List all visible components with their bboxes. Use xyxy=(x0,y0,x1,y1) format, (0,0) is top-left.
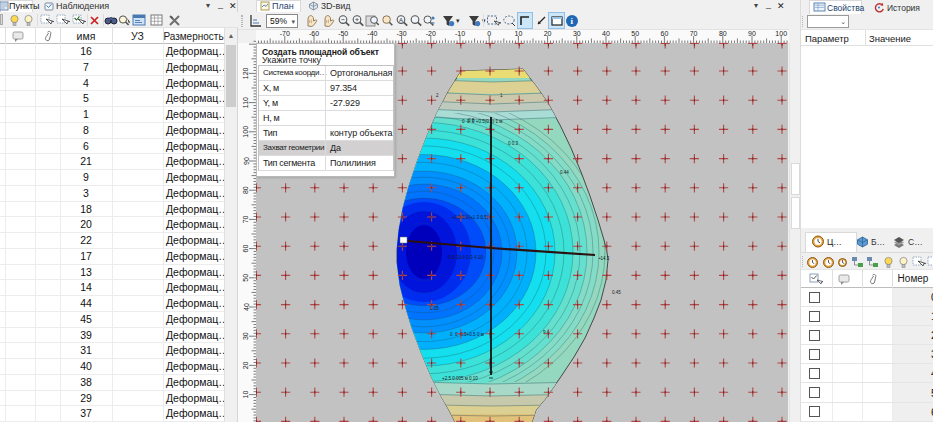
svg-text:50: 50 xyxy=(243,274,250,282)
svg-text:120: 120 xyxy=(243,67,250,79)
svg-text:70: 70 xyxy=(243,215,250,223)
svg-text:20: 20 xyxy=(544,30,552,37)
svg-text:0 8: 0 8 xyxy=(468,118,475,123)
svg-text:10: 10 xyxy=(515,30,523,37)
svg-text:0 0 ·0.5+0.5·0 м: 0 0 ·0.5+0.5·0 м xyxy=(450,332,484,337)
svg-text:10: 10 xyxy=(243,391,250,399)
svg-text:+2.5 0.005 м 0.10: +2.5 0.005 м 0.10 xyxy=(442,376,478,381)
svg-text:-50: -50 xyxy=(338,30,348,37)
svg-text:-70: -70 xyxy=(280,30,290,37)
svg-text:30: 30 xyxy=(573,30,581,37)
svg-text:A: A xyxy=(399,17,403,23)
svg-text:110: 110 xyxy=(243,97,250,108)
svg-text:-60: -60 xyxy=(309,30,319,37)
svg-text:·0.5·10.4·0.3·4.10: ·0.5·10.4·0.3·4.10 xyxy=(447,255,484,260)
svg-text:30: 30 xyxy=(243,332,250,340)
svg-text:0.45: 0.45 xyxy=(612,290,621,295)
svg-text:-10: -10 xyxy=(455,30,465,37)
svg-text:•14.3: •14.3 xyxy=(599,256,610,261)
svg-text:100: 100 xyxy=(775,30,787,37)
svg-text:40: 40 xyxy=(602,30,610,37)
svg-text:90: 90 xyxy=(748,30,756,37)
svg-text:20: 20 xyxy=(243,361,250,369)
svg-text:-20: -20 xyxy=(426,30,436,37)
svg-text:60: 60 xyxy=(661,30,669,37)
svg-text:0.44: 0.44 xyxy=(560,170,569,175)
svg-text:80: 80 xyxy=(719,30,727,37)
svg-text:70: 70 xyxy=(690,30,698,37)
svg-text:-30: -30 xyxy=(397,30,407,37)
svg-text:0 0.3: 0 0.3 xyxy=(508,141,519,146)
svg-text:90: 90 xyxy=(243,157,250,165)
svg-text:0: 0 xyxy=(487,30,491,37)
svg-text:-40: -40 xyxy=(367,30,377,37)
svg-text:60: 60 xyxy=(243,245,250,253)
svg-text:100: 100 xyxy=(243,126,250,138)
svg-text:80: 80 xyxy=(243,186,250,194)
svg-text:50: 50 xyxy=(631,30,639,37)
svg-text:40: 40 xyxy=(243,303,250,311)
